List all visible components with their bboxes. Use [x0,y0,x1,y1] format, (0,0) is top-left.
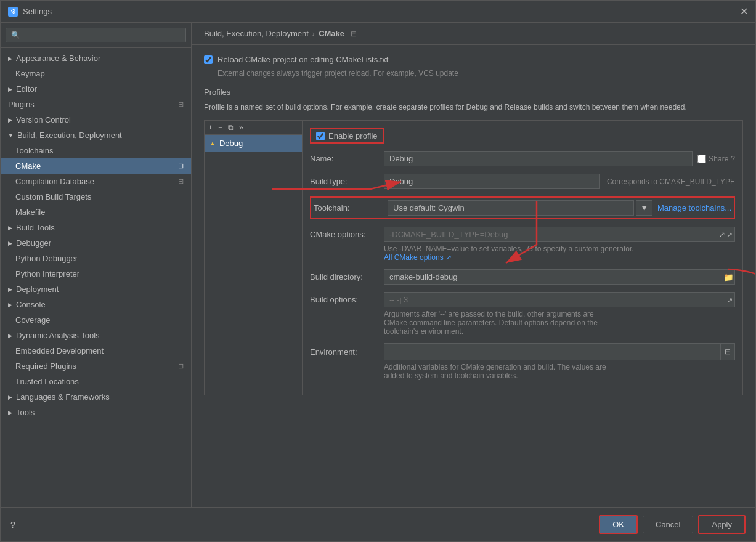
sidebar-item-makefile[interactable]: Makefile [1,204,191,220]
expand-icon: ▶ [8,410,12,416]
environment-hint: Additional variables for CMake generatio… [310,363,606,380]
build-options-input[interactable] [384,292,735,307]
cancel-button[interactable]: Cancel [643,516,693,533]
expand-icon: ▶ [8,225,12,231]
sidebar-list: ▶ Appearance & Behavior Keymap ▶ Editor [1,48,191,507]
cmake-hint-text: Use -DVAR_NAME=value to set variables, -… [310,245,634,262]
expand-icon: ▶ [8,55,12,62]
close-button[interactable]: ✕ [740,6,748,17]
cmake-options-input[interactable] [384,227,735,242]
breadcrumb: Build, Execution, Deployment › CMake ⊟ [192,23,755,45]
sidebar-item-languages[interactable]: ▶ Languages & Frameworks [1,389,191,405]
share-label: Share [709,155,728,163]
profiles-section-desc: Profile is a named set of build options.… [204,102,743,113]
expand-icon: ▶ [8,86,12,92]
cmake-options-buttons: ⤢ ↗ [719,230,733,239]
move-up-button[interactable]: » [237,122,246,133]
sidebar-item-coverage[interactable]: Coverage [1,312,191,328]
cmake-options-fullscreen-btn[interactable]: ↗ [726,230,733,239]
settings-content: Reload CMake project on editing CMakeLis… [192,45,755,507]
profiles-toolbar: + − ⧉ » [205,121,302,135]
expand-icon: ▶ [8,302,12,308]
sidebar-item-toolchains[interactable]: Toolchains [1,143,191,158]
ok-button[interactable]: OK [599,515,638,534]
build-options-hint: Arguments after '--' are passed to the b… [310,310,598,336]
expand-icon: ▶ [8,286,12,293]
toolchain-select[interactable]: Use default: Cygwin [388,200,634,216]
build-type-select[interactable]: Debug [384,174,600,189]
sidebar-item-trusted-locations[interactable]: Trusted Locations [1,374,191,389]
build-dir-input[interactable] [384,269,735,285]
environment-form-row: Environment: ⊟ Additional variables for … [310,343,735,380]
title-bar-left: ⚙ Settings [8,7,52,17]
build-options-label: Build options: [310,295,384,304]
expand-icon: ▶ [8,117,12,123]
environment-input[interactable] [384,343,721,360]
profiles-area: + − ⧉ » ▲ Debug [204,120,743,395]
profiles-list: + − ⧉ » ▲ Debug [204,120,303,395]
sidebar-item-embedded-dev[interactable]: Embedded Development [1,343,191,358]
build-type-hint: Corresponds to CMAKE_BUILD_TYPE [607,177,735,186]
expand-icon: ▶ [8,333,12,339]
sidebar-item-appearance[interactable]: ▶ Appearance & Behavior [1,51,191,66]
build-dir-browse-btn[interactable]: 📁 [723,272,734,281]
sidebar-item-debugger[interactable]: ▶ Debugger [1,235,191,251]
cmake-options-link[interactable]: All CMake options ↗ [384,253,452,262]
reload-cmake-row: Reload CMake project on editing CMakeLis… [204,55,743,64]
sidebar-item-console[interactable]: ▶ Console [1,297,191,312]
name-label: Name: [310,154,384,163]
sidebar-item-python-interpreter[interactable]: Python Interpreter [1,266,191,281]
reload-cmake-label: Reload CMake project on editing CMakeLis… [217,55,388,64]
build-dir-form-row: Build directory: 📁 [310,269,735,285]
share-checkbox[interactable] [697,155,706,163]
remove-profile-button[interactable]: − [216,122,225,133]
reload-cmake-checkbox[interactable] [204,55,213,64]
sidebar-item-build-execution[interactable]: ▼ Build, Execution, Deployment [1,127,191,143]
name-input[interactable] [384,151,693,166]
name-form-row: Name: Share ? [310,151,735,166]
apply-button[interactable]: Apply [698,515,746,534]
sidebar-item-build-tools[interactable]: ▶ Build Tools [1,220,191,235]
sidebar-item-required-plugins[interactable]: Required Plugins ⊟ [1,358,191,374]
sidebar-item-editor[interactable]: ▶ Editor [1,81,191,97]
profile-triangle-icon: ▲ [209,140,216,147]
add-profile-button[interactable]: + [206,122,215,133]
sidebar-item-python-debugger[interactable]: Python Debugger [1,251,191,266]
sidebar-item-keymap[interactable]: Keymap [1,66,191,81]
copy-profile-button[interactable]: ⧉ [226,122,236,133]
sidebar-item-custom-build[interactable]: Custom Build Targets [1,189,191,204]
toolchain-form-row: Toolchain: Use default: Cygwin ▼ Manage … [310,196,735,219]
sidebar-item-plugins[interactable]: Plugins ⊟ [1,97,191,112]
cmake-options-expand-btn[interactable]: ⤢ [719,230,725,239]
manage-toolchains-link[interactable]: Manage toolchains... [657,203,731,212]
breadcrumb-separator: › [312,29,315,38]
cmake-options-form-row: CMake options: ⤢ ↗ Use [310,227,735,262]
help-icon[interactable]: ? [731,155,735,163]
enable-profile-label: Enable profile [328,131,378,140]
search-input[interactable] [6,28,186,42]
sidebar-item-tools[interactable]: ▶ Tools [1,405,191,420]
settings-window: ⚙ Settings ✕ ▶ Appearance & Behavior [0,0,756,542]
enable-profile-checkbox[interactable] [316,132,325,140]
build-type-label: Build type: [310,177,384,186]
environment-edit-btn[interactable]: ⊟ [721,343,735,360]
expand-icon: ▶ [8,240,12,246]
help-bottom-icon[interactable]: ? [10,520,15,530]
profile-item-debug[interactable]: ▲ Debug [205,135,302,152]
cmake-icon: ⊟ [178,162,184,170]
toolchain-dropdown-arrow[interactable]: ▼ [636,200,652,216]
bottom-bar: ? OK Cancel Apply [1,507,755,541]
reload-cmake-hint: External changes always trigger project … [204,69,743,78]
sidebar-item-cmake[interactable]: CMake ⊟ [1,158,191,174]
main-content: ▶ Appearance & Behavior Keymap ▶ Editor [1,23,755,507]
sidebar-item-compilation-db[interactable]: Compilation Database ⊟ [1,174,191,189]
sidebar-item-deployment[interactable]: ▶ Deployment [1,281,191,297]
sidebar-item-dynamic-analysis[interactable]: ▶ Dynamic Analysis Tools [1,328,191,343]
app-icon: ⚙ [8,7,18,17]
environment-label: Environment: [310,347,384,357]
breadcrumb-settings-icon[interactable]: ⊟ [351,30,357,38]
sidebar-item-version-control[interactable]: ▶ Version Control [1,112,191,127]
compilation-icon: ⊟ [178,177,184,185]
build-options-expand-btn[interactable]: ↗ [727,296,733,304]
toolchain-control: Use default: Cygwin ▼ Manage toolchains.… [388,200,731,216]
